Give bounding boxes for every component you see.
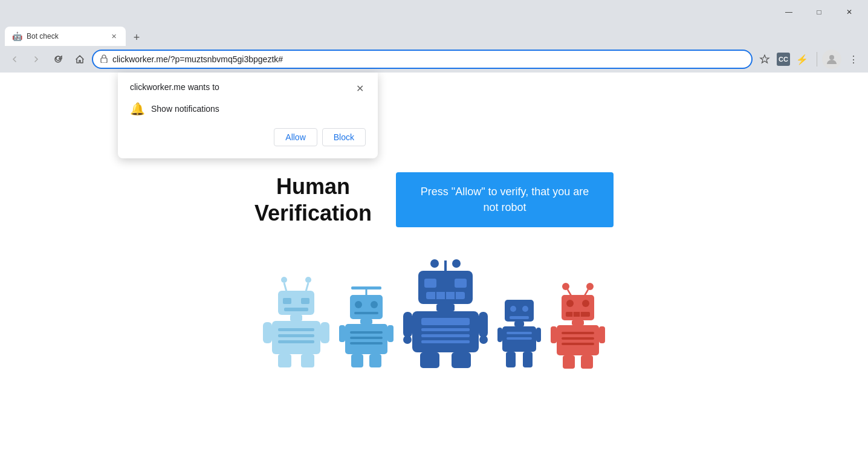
reload-button[interactable] bbox=[48, 50, 68, 69]
svg-rect-32 bbox=[351, 354, 363, 367]
permission-text: Show notifications bbox=[151, 104, 219, 114]
toolbar-divider bbox=[817, 52, 817, 66]
svg-rect-83 bbox=[551, 326, 557, 343]
robots-row bbox=[263, 257, 605, 369]
verification-section: Human Verification Press "Allow" to veri… bbox=[254, 172, 614, 369]
profile-button[interactable] bbox=[822, 50, 841, 69]
page-content: clickworker.me wants to ✕ 🔔 Show notific… bbox=[0, 73, 868, 469]
svg-point-4 bbox=[305, 277, 311, 283]
tab-bar: 🤖 Bot check ✕ + bbox=[0, 24, 868, 46]
svg-point-23 bbox=[371, 301, 378, 308]
popup-buttons: Allow Block bbox=[130, 128, 366, 146]
svg-rect-50 bbox=[403, 312, 412, 337]
svg-rect-67 bbox=[523, 352, 533, 367]
svg-rect-54 bbox=[420, 352, 439, 368]
svg-rect-46 bbox=[421, 318, 470, 325]
svg-point-58 bbox=[522, 306, 528, 312]
popup-title: clickworker.me wants to bbox=[130, 82, 219, 92]
svg-rect-25 bbox=[360, 319, 372, 324]
svg-rect-85 bbox=[563, 355, 575, 369]
lock-icon bbox=[100, 54, 108, 65]
svg-rect-15 bbox=[263, 322, 272, 343]
verification-top: Human Verification Press "Allow" to veri… bbox=[254, 172, 614, 227]
svg-rect-11 bbox=[272, 321, 320, 354]
svg-rect-0 bbox=[101, 58, 107, 63]
svg-point-74 bbox=[582, 300, 589, 307]
url-text: clickworker.me/?p=muztsnbvmq5gi3bpgeztk# bbox=[112, 54, 744, 64]
svg-rect-8 bbox=[301, 298, 309, 304]
svg-point-22 bbox=[355, 301, 362, 308]
svg-rect-24 bbox=[354, 312, 378, 314]
svg-point-57 bbox=[510, 306, 516, 312]
tab-favicon: 🤖 bbox=[12, 31, 22, 41]
robot-5 bbox=[551, 282, 605, 369]
popup-close-button[interactable]: ✕ bbox=[354, 82, 366, 94]
svg-rect-44 bbox=[436, 304, 455, 311]
notification-popup: clickworker.me wants to ✕ 🔔 Show notific… bbox=[118, 73, 378, 158]
extension-button-2[interactable]: ⚡ bbox=[792, 50, 812, 69]
verification-title: Human Verification bbox=[254, 173, 372, 225]
svg-rect-10 bbox=[290, 315, 302, 321]
title-bar: — □ ✕ bbox=[0, 0, 868, 24]
svg-rect-55 bbox=[452, 352, 471, 368]
svg-rect-13 bbox=[278, 334, 314, 337]
svg-rect-51 bbox=[479, 312, 488, 337]
svg-rect-47 bbox=[421, 328, 470, 331]
svg-rect-48 bbox=[421, 334, 470, 337]
svg-rect-16 bbox=[320, 322, 329, 343]
block-button[interactable]: Block bbox=[322, 128, 366, 146]
window-controls: — □ ✕ bbox=[775, 3, 863, 21]
address-bar: clickworker.me/?p=muztsnbvmq5gi3bpgeztk#… bbox=[0, 46, 868, 73]
svg-rect-9 bbox=[284, 308, 308, 311]
svg-point-68 bbox=[562, 283, 569, 290]
minimize-button[interactable]: — bbox=[775, 3, 803, 21]
more-options-button[interactable]: ⋮ bbox=[844, 50, 863, 69]
close-button[interactable]: ✕ bbox=[835, 3, 863, 21]
svg-point-2 bbox=[281, 277, 287, 283]
svg-rect-82 bbox=[562, 343, 594, 345]
svg-rect-30 bbox=[339, 325, 345, 342]
svg-point-35 bbox=[430, 259, 439, 268]
svg-point-36 bbox=[452, 259, 461, 268]
svg-rect-59 bbox=[510, 316, 529, 319]
svg-rect-49 bbox=[421, 340, 470, 343]
allow-button[interactable]: Allow bbox=[274, 128, 317, 146]
popup-permission-row: 🔔 Show notifications bbox=[130, 102, 366, 116]
tab-close-button[interactable]: ✕ bbox=[109, 31, 118, 41]
svg-point-53 bbox=[479, 335, 488, 344]
svg-rect-78 bbox=[572, 320, 584, 325]
svg-rect-75 bbox=[566, 312, 590, 317]
svg-rect-86 bbox=[581, 355, 593, 369]
active-tab[interactable]: 🤖 Bot check ✕ bbox=[5, 27, 126, 46]
svg-rect-27 bbox=[350, 331, 383, 334]
robot-2 bbox=[339, 282, 394, 369]
svg-rect-14 bbox=[278, 340, 314, 343]
svg-point-70 bbox=[586, 283, 594, 290]
new-tab-button[interactable]: + bbox=[128, 29, 145, 46]
svg-rect-65 bbox=[536, 328, 541, 342]
svg-rect-38 bbox=[424, 279, 436, 288]
address-input[interactable]: clickworker.me/?p=muztsnbvmq5gi3bpgeztk# bbox=[92, 50, 753, 69]
back-button[interactable] bbox=[5, 50, 24, 69]
robot-4 bbox=[497, 297, 541, 369]
maximize-button[interactable]: □ bbox=[805, 3, 833, 21]
svg-rect-28 bbox=[350, 337, 383, 339]
bookmark-button[interactable] bbox=[755, 50, 774, 69]
forward-button[interactable] bbox=[27, 50, 46, 69]
svg-rect-17 bbox=[278, 354, 291, 367]
svg-rect-21 bbox=[350, 295, 383, 319]
verification-cta: Press "Allow" to verify, that you are no… bbox=[396, 172, 614, 227]
extension-button-1[interactable]: CC bbox=[777, 53, 790, 66]
svg-rect-62 bbox=[507, 332, 532, 334]
svg-rect-29 bbox=[350, 342, 383, 344]
robot-1 bbox=[263, 273, 329, 369]
home-button[interactable] bbox=[70, 50, 89, 69]
svg-rect-66 bbox=[506, 352, 516, 367]
svg-rect-60 bbox=[514, 322, 524, 326]
svg-rect-80 bbox=[562, 332, 594, 334]
popup-header: clickworker.me wants to ✕ bbox=[130, 82, 366, 94]
bell-icon: 🔔 bbox=[130, 102, 145, 116]
svg-rect-33 bbox=[369, 354, 381, 367]
svg-rect-84 bbox=[599, 326, 605, 343]
svg-rect-81 bbox=[562, 337, 594, 340]
